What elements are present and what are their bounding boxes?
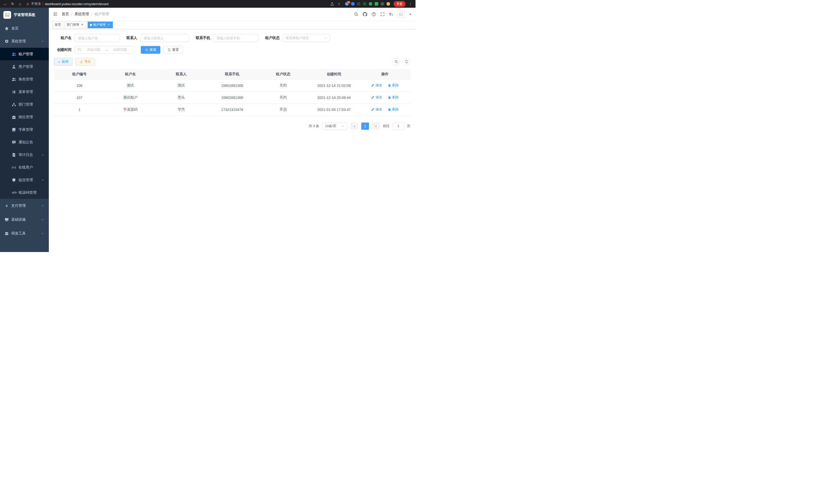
breadcrumb-system[interactable]: 系统管理 (75, 12, 89, 17)
refresh-table-button[interactable] (403, 58, 410, 65)
trash-icon (388, 84, 391, 87)
edit-link[interactable]: 修改 (371, 95, 382, 100)
monitor-icon (5, 217, 9, 222)
sidebar-item-label: 租户管理 (19, 52, 33, 57)
search-icon (395, 60, 398, 63)
tenant-name-input[interactable] (75, 34, 120, 42)
people-icon (12, 52, 16, 56)
export-button[interactable]: 导出 (76, 58, 95, 65)
extension-icon[interactable] (369, 2, 372, 6)
date-range-picker[interactable]: 开始日期 - 结束日期 (75, 46, 134, 54)
close-icon[interactable]: × (80, 23, 84, 27)
toggle-search-button[interactable] (392, 58, 400, 65)
menu-dots-icon[interactable]: ⋮ (408, 2, 413, 6)
help-icon[interactable] (372, 12, 376, 17)
phone-input[interactable] (213, 34, 258, 42)
sidebar-item-label: 支付管理 (11, 203, 26, 208)
sidebar-item-online[interactable]: 在线用户 (0, 161, 49, 174)
cell-name: 测试租户 (105, 91, 156, 103)
tags-view: 首页 部门管理 × 租户管理 × (49, 21, 416, 29)
breadcrumb-home[interactable]: 首页 (62, 12, 69, 17)
delete-link[interactable]: 删除 (388, 107, 399, 112)
sidebar: 芋道管理系统 首页 系统管理 租户管理 用户管理 角色管理 (0, 8, 49, 252)
end-date-placeholder: 结束日期 (109, 48, 131, 52)
search-icon[interactable] (354, 12, 359, 17)
back-icon[interactable]: ← (3, 2, 8, 6)
plus-icon: + (58, 60, 60, 64)
range-separator: - (106, 48, 107, 52)
sidebar-item-post[interactable]: 岗位管理 (0, 111, 49, 123)
page-size-select[interactable]: 10条/页 (322, 122, 347, 130)
contact-input[interactable] (140, 34, 189, 42)
edit-icon (371, 108, 374, 111)
tab-home[interactable]: 首页 (52, 22, 63, 28)
column-header: 联系手机 (207, 69, 257, 79)
caret-down-icon[interactable] (409, 14, 411, 16)
app-logo[interactable]: 芋道管理系统 (0, 8, 49, 22)
column-header: 操作 (360, 69, 410, 79)
sidebar-item-menu[interactable]: 菜单管理 (0, 86, 49, 98)
reload-icon[interactable]: ↻ (10, 2, 15, 6)
delete-link[interactable]: 删除 (388, 95, 399, 100)
sidebar-item-role[interactable]: 角色管理 (0, 73, 49, 86)
extension-icon[interactable] (357, 2, 361, 6)
chat-icon (12, 140, 16, 144)
next-page-button[interactable]: › (372, 122, 380, 130)
security-label[interactable]: 不安全 (31, 2, 41, 6)
font-size-icon[interactable]: TT (389, 12, 393, 17)
fullscreen-icon[interactable] (380, 12, 385, 17)
sidebar-item-label: 首页 (11, 26, 19, 31)
tab-tenant[interactable]: 租户管理 × (88, 22, 113, 28)
url-text[interactable]: dashboard.yudao.iocoder.cn/system/tenant (45, 2, 109, 6)
sidebar-item-tenant[interactable]: 租户管理 (0, 48, 49, 60)
search-button[interactable]: 搜索 (141, 46, 160, 54)
edit-link[interactable]: 修改 (371, 107, 382, 112)
extension-icon[interactable] (375, 2, 378, 6)
sidebar-item-audit[interactable]: 审计日志 (0, 148, 49, 161)
delete-link[interactable]: 删除 (388, 83, 399, 88)
address-bar[interactable]: ⚠ 不安全 dashboard.yudao.iocoder.cn/system/… (25, 2, 328, 6)
sidebar-item-payment[interactable]: ¥ 支付管理 (0, 199, 49, 213)
sidebar-item-dept[interactable]: 部门管理 (0, 98, 49, 111)
sidebar-item-user[interactable]: 用户管理 (0, 60, 49, 73)
extension-icon[interactable] (363, 2, 366, 6)
roles-icon (12, 77, 16, 82)
sidebar-item-devtools[interactable]: 研发工具 (0, 227, 49, 240)
cell-id: 1 (54, 103, 105, 116)
sidebar-item-dict[interactable]: 字典管理 (0, 123, 49, 136)
sidebar-item-system[interactable]: 系统管理 (0, 35, 49, 48)
page-unit-label: 页 (407, 124, 410, 128)
prev-page-button[interactable]: ‹ (350, 122, 358, 130)
cell-phone: 15601691300 (207, 79, 257, 91)
sidebar-item-errcode[interactable]: </> 错误码管理 (0, 186, 49, 199)
sidebar-item-notice[interactable]: 通知公告 (0, 136, 49, 148)
status-select[interactable]: 请选择租户状态 (283, 34, 330, 42)
reset-button-label: 重置 (172, 48, 179, 52)
extension-icon[interactable] (380, 2, 384, 6)
bookmark-star-icon[interactable]: ☆ (336, 2, 342, 6)
sidebar-item-home[interactable]: 首页 (0, 22, 49, 35)
user-icon (12, 65, 16, 69)
hamburger-icon[interactable] (53, 12, 58, 17)
edit-link[interactable]: 修改 (371, 83, 382, 88)
github-icon[interactable] (363, 12, 367, 17)
home-icon[interactable]: ⌂ (18, 2, 23, 6)
goto-page-input[interactable] (393, 122, 404, 130)
column-header: 租户编号 (54, 69, 105, 79)
cell-id: 108 (54, 79, 105, 91)
sidebar-item-sms[interactable]: 短信管理 (0, 174, 49, 186)
extension-icon[interactable]: 10 (345, 2, 349, 6)
add-button[interactable]: + 新增 (54, 58, 73, 65)
extension-icon[interactable] (351, 2, 354, 6)
reset-button[interactable]: 重置 (164, 46, 183, 54)
sidebar-item-infra[interactable]: 基础设施 (0, 213, 49, 227)
extension-icon[interactable] (386, 2, 390, 6)
sidebar-item-label: 通知公告 (19, 140, 33, 145)
close-icon[interactable]: × (107, 23, 111, 27)
share-icon[interactable] (330, 2, 334, 6)
update-button[interactable]: 更新 (394, 1, 405, 7)
shield-icon (12, 178, 16, 182)
avatar[interactable] (397, 10, 405, 18)
tab-dept[interactable]: 部门管理 × (64, 22, 86, 28)
page-1-button[interactable]: 1 (361, 122, 369, 130)
